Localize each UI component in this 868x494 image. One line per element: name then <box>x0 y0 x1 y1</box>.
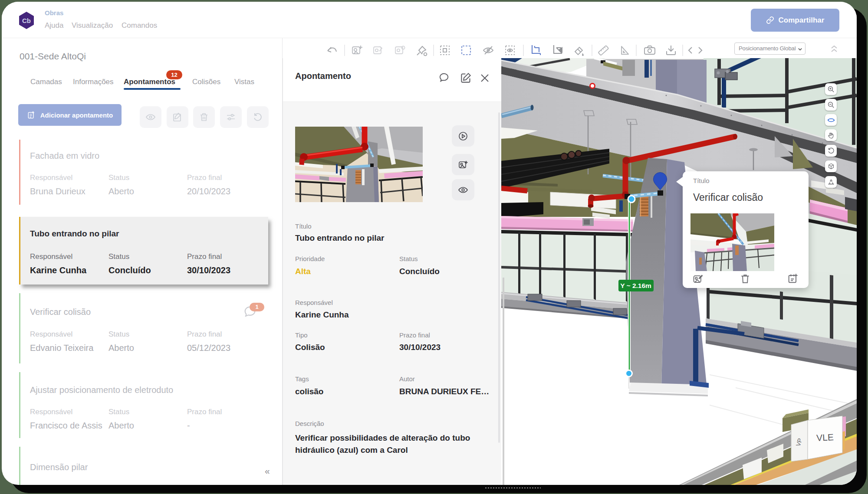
svg-text:Y ~ 2.16m: Y ~ 2.16m <box>620 282 651 289</box>
svg-text:VLE: VLE <box>816 432 834 443</box>
svg-text:Cb: Cb <box>22 17 31 24</box>
